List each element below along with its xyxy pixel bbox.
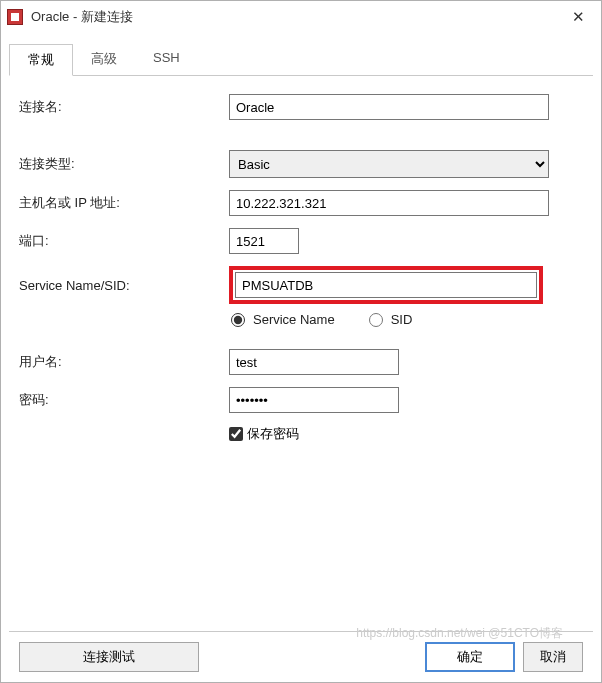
username-input[interactable]: [229, 349, 399, 375]
row-service-sid-radio: Service Name SID: [19, 306, 585, 327]
row-connection-type: 连接类型: Basic: [19, 150, 585, 178]
host-input[interactable]: [229, 190, 549, 216]
dialog-window: Oracle - 新建连接 ✕ 常规 高级 SSH 连接名: 连接类型: Bas…: [0, 0, 602, 683]
label-connection-type: 连接类型:: [19, 155, 229, 173]
form-area: 连接名: 连接类型: Basic 主机名或 IP 地址:: [9, 94, 593, 631]
row-host: 主机名或 IP 地址:: [19, 190, 585, 216]
title-bar: Oracle - 新建连接 ✕: [1, 1, 601, 33]
label-service-sid: Service Name/SID:: [19, 278, 229, 293]
app-icon: [7, 9, 23, 25]
label-host: 主机名或 IP 地址:: [19, 194, 229, 212]
tab-advanced[interactable]: 高级: [73, 44, 135, 76]
password-input[interactable]: [229, 387, 399, 413]
connection-name-input[interactable]: [229, 94, 549, 120]
radio-service-name-label: Service Name: [253, 312, 335, 327]
close-button[interactable]: ✕: [555, 1, 601, 33]
tab-ssh[interactable]: SSH: [135, 44, 198, 76]
port-input[interactable]: [229, 228, 299, 254]
close-icon: ✕: [572, 8, 585, 26]
cancel-button[interactable]: 取消: [523, 642, 583, 672]
row-username: 用户名:: [19, 349, 585, 375]
button-bar: 连接测试 确定 取消 https://blog.csdn.net/wei @51…: [9, 631, 593, 682]
service-sid-input[interactable]: [235, 272, 537, 298]
row-connection-name: 连接名:: [19, 94, 585, 120]
radio-sid-input[interactable]: [369, 313, 383, 327]
label-password: 密码:: [19, 391, 229, 409]
row-port: 端口:: [19, 228, 585, 254]
tab-bar: 常规 高级 SSH: [9, 43, 593, 76]
label-connection-name: 连接名:: [19, 98, 229, 116]
content-area: 常规 高级 SSH 连接名: 连接类型: Basic 主机名或 IP: [1, 33, 601, 682]
window-title: Oracle - 新建连接: [31, 8, 555, 26]
radio-service-name-input[interactable]: [231, 313, 245, 327]
test-connection-button[interactable]: 连接测试: [19, 642, 199, 672]
row-service-sid: Service Name/SID:: [19, 266, 585, 304]
radio-service-name[interactable]: Service Name: [231, 312, 335, 327]
service-sid-highlight: [229, 266, 543, 304]
row-save-password: 保存密码: [19, 425, 585, 443]
label-port: 端口:: [19, 232, 229, 250]
connection-type-select[interactable]: Basic: [229, 150, 549, 178]
save-password-input[interactable]: [229, 427, 243, 441]
ok-button[interactable]: 确定: [425, 642, 515, 672]
label-username: 用户名:: [19, 353, 229, 371]
tab-general[interactable]: 常规: [9, 44, 73, 76]
save-password-checkbox[interactable]: 保存密码: [229, 425, 585, 443]
radio-sid-label: SID: [391, 312, 413, 327]
save-password-label: 保存密码: [247, 425, 299, 443]
radio-sid[interactable]: SID: [369, 312, 413, 327]
row-password: 密码:: [19, 387, 585, 413]
